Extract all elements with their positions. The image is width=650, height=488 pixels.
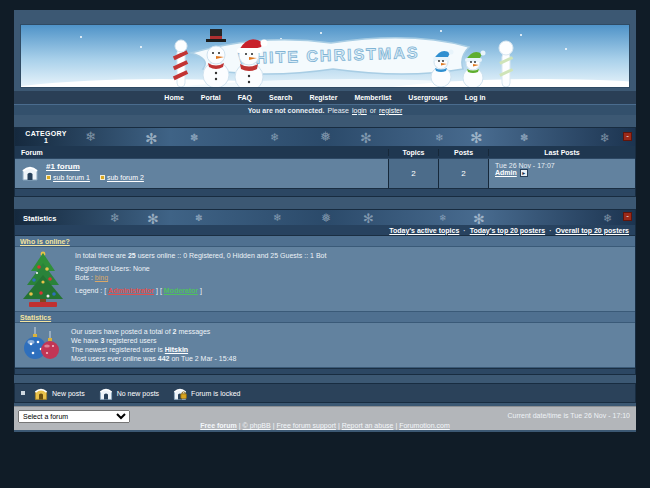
christmas-tree-image (21, 251, 65, 307)
snowflake-icon (321, 211, 331, 225)
posts-count: 2 (438, 159, 488, 188)
administrator-group-link[interactable]: Administrator (108, 287, 154, 294)
main-navigation: Home Portal FAQ Search Register Memberli… (14, 91, 636, 104)
ornaments-image (21, 327, 61, 361)
new-posts-icon (33, 385, 49, 401)
nav-usergroups[interactable]: Usergroups (408, 94, 447, 101)
statistics-title: Statistics (23, 214, 56, 223)
status-prompt: Please (328, 107, 349, 114)
bot-link[interactable]: bing (95, 274, 108, 281)
category-box: Category 1 - Forum Topics Posts Last Pos… (14, 127, 636, 197)
top-posters-today-link[interactable]: Today's top 20 posters (470, 227, 545, 234)
snowflake-icon (110, 211, 120, 225)
snowflake-icon (195, 213, 203, 223)
nav-search[interactable]: Search (269, 94, 292, 101)
online-count: 25 (128, 252, 136, 259)
column-forum: Forum (15, 149, 388, 156)
subforum-icon (46, 175, 51, 180)
snowflake-icon (363, 211, 374, 225)
subforum-link-2[interactable]: sub forum 2 (107, 174, 144, 181)
newest-user-link[interactable]: Hitskin (165, 346, 188, 353)
category-footer-spacer (15, 188, 635, 196)
site-banner[interactable]: WHITE CHRISTMAS (20, 24, 630, 88)
totals-info: Our users have posted a total of 2 messa… (71, 327, 236, 363)
snowflake-icon (520, 132, 528, 143)
connection-status-bar: You are not connected. Please login or r… (14, 104, 636, 115)
forum-support-link[interactable]: Free forum support (276, 422, 336, 429)
nav-memberlist[interactable]: Memberlist (354, 94, 391, 101)
snowflake-icon (435, 132, 443, 143)
bots-label: Bots : (75, 274, 93, 281)
category-header: Category 1 - (15, 128, 635, 146)
no-new-posts-label: No new posts (117, 390, 159, 397)
online-text-detail: users online :: 0 Registered, 0 Hidden a… (136, 252, 327, 259)
legend-new-posts: New posts (33, 385, 85, 401)
footer-divider: | (395, 422, 397, 429)
no-new-posts-icon (98, 385, 114, 401)
column-topics: Topics (388, 149, 438, 156)
online-info: In total there are 25 users online :: 0 … (75, 251, 326, 307)
record-text: Most users ever online was (71, 355, 158, 362)
posted-text: Our users have posted a total of (71, 328, 173, 335)
collapse-statistics-button[interactable]: - (623, 212, 632, 221)
forum-wrapper: WHITE CHRISTMAS (14, 10, 636, 432)
statistics-content: Our users have posted a total of 2 messa… (15, 323, 635, 368)
snowflake-icon (600, 131, 610, 145)
record-count: 442 (158, 355, 170, 362)
category-title[interactable]: Category 1 (23, 130, 69, 144)
current-datetime: Current date/time is Tue 26 Nov - 17:10 (507, 412, 630, 419)
post-legend-bar: New posts No new posts Forum is locked (14, 383, 636, 403)
snowflake-icon (147, 211, 159, 225)
statistics-link[interactable]: Statistics (20, 314, 51, 321)
snowflake-icon (270, 131, 279, 144)
new-posts-label: New posts (52, 390, 85, 397)
topics-count: 2 (388, 159, 438, 188)
snowflake-icon (320, 129, 331, 144)
bullet-icon (21, 391, 25, 395)
report-abuse-link[interactable]: Report an abuse (342, 422, 394, 429)
register-link[interactable]: register (379, 107, 402, 114)
nav-login[interactable]: Log in (465, 94, 486, 101)
nav-faq[interactable]: FAQ (238, 94, 252, 101)
record-text-suffix: on Tue 2 Mar - 15:48 (169, 355, 236, 362)
collapse-category-button[interactable]: - (623, 132, 632, 141)
who-is-online-header: Who is online? (15, 236, 635, 247)
phpbb-link[interactable]: © phpBB (243, 422, 271, 429)
members-text-suffix: registered users (104, 337, 156, 344)
login-link[interactable]: login (352, 107, 367, 114)
snowflake-icon (190, 132, 198, 143)
snowflake-icon (145, 130, 158, 146)
link-separator: · (463, 227, 465, 234)
nav-portal[interactable]: Portal (201, 94, 221, 101)
free-forum-link[interactable]: Free forum (200, 422, 237, 429)
forumotion-link[interactable]: Forumotion.com (399, 422, 450, 429)
who-is-online-link[interactable]: Who is online? (20, 238, 70, 245)
statistics-quick-links: Today's active topics · Today's top 20 p… (15, 225, 635, 236)
last-post-author-link[interactable]: Admin (495, 169, 517, 176)
footer-divider: | (239, 422, 241, 429)
snowflake-icon (360, 130, 372, 146)
top-posters-overall-link[interactable]: Overall top 20 posters (555, 227, 629, 234)
link-separator: · (549, 227, 551, 234)
posted-text-suffix: messages (176, 328, 210, 335)
snowflake-icon (439, 213, 447, 223)
footer-divider: | (338, 422, 340, 429)
nav-home[interactable]: Home (164, 94, 183, 101)
moderator-group-link[interactable]: Moderator (164, 287, 198, 294)
last-post-date: Tue 26 Nov - 17:07 (495, 162, 629, 169)
snowflake-icon (273, 212, 281, 223)
goto-last-post-icon[interactable]: ▸ (520, 169, 528, 177)
subforum-icon (100, 175, 105, 180)
status-or: or (370, 107, 376, 114)
forum-link[interactable]: #1 forum (46, 162, 80, 171)
nav-register[interactable]: Register (309, 94, 337, 101)
bracket: [ (160, 287, 162, 294)
subforum-link-1[interactable]: sub forum 1 (53, 174, 90, 181)
legend-forum-locked: Forum is locked (172, 385, 240, 401)
legend-label: Legend : (75, 287, 102, 294)
who-is-online-content: In total there are 25 users online :: 0 … (15, 247, 635, 312)
active-topics-link[interactable]: Today's active topics (389, 227, 459, 234)
forum-row: #1 forum sub forum 1 sub forum 2 2 2 Tue… (15, 158, 635, 188)
statistics-subheader: Statistics (15, 312, 635, 323)
last-post-cell: Tue 26 Nov - 17:07 Admin▸ (488, 159, 635, 188)
